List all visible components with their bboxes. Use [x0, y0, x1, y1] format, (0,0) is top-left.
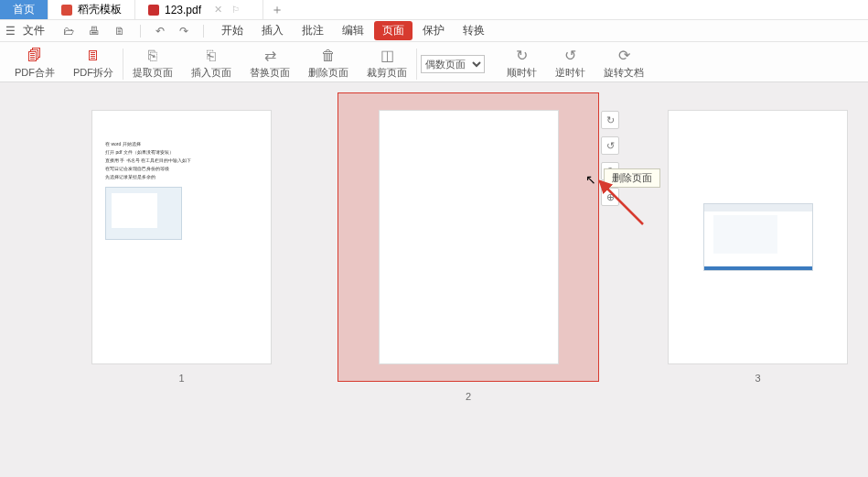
- p1-line: 打开 pdf 文件（如果没有请安装）: [105, 148, 258, 157]
- page-thumb-2-selected[interactable]: ↻ ↺ 🗑 ⊕ 2: [338, 92, 599, 402]
- p1-line: 在 word 开始选择: [105, 140, 258, 148]
- page-2-number: 2: [338, 391, 599, 402]
- cw-icon: ↻: [516, 48, 528, 64]
- menu-comment[interactable]: 批注: [294, 21, 332, 40]
- ribbon-crop[interactable]: ◫ 裁剪页面: [358, 48, 416, 80]
- ribbon-cw[interactable]: ↻ 顺时针: [498, 48, 546, 80]
- crop-icon: ◫: [380, 48, 394, 64]
- hamburger-icon[interactable]: ☰: [5, 25, 16, 38]
- menu-items: 开始 插入 批注 编辑 页面 保护 转换: [213, 21, 493, 40]
- page-rotate-ccw-button[interactable]: ↺: [601, 136, 619, 155]
- ribbon-insert-label: 插入页面: [191, 66, 231, 80]
- menu-bar: ☰ 文件 🗁 🖶 🗎 ↶ ↷ 开始 插入 批注 编辑 页面 保护 转换: [0, 20, 868, 42]
- tab-bar: 首页 稻壳模板 123.pdf ⚐ ✕ ＋: [0, 0, 868, 20]
- menu-start[interactable]: 开始: [213, 21, 252, 40]
- p3-embedded-screenshot: [703, 203, 813, 271]
- ribbon-replace[interactable]: ⇄ 替换页面: [241, 48, 299, 80]
- rotate-doc-icon: ⟳: [618, 48, 630, 64]
- tab-docer-label: 稻壳模板: [78, 2, 122, 17]
- tab-file-label: 123.pdf: [165, 4, 201, 16]
- replace-icon: ⇄: [264, 48, 276, 64]
- page-1-preview: 在 word 开始选择 打开 pdf 文件（如果没有请安装） 直接用 手 书名号…: [92, 111, 271, 363]
- file-menu[interactable]: 文件: [23, 23, 45, 38]
- page-thumb-1[interactable]: 在 word 开始选择 打开 pdf 文件（如果没有请安装） 直接用 手 书名号…: [92, 111, 271, 384]
- tab-home-label: 首页: [13, 2, 35, 17]
- p1-line: 直接用 手 书名号 在工具栏目的中输入如下: [105, 157, 258, 165]
- menu-page[interactable]: 页面: [374, 21, 413, 40]
- ribbon-insert[interactable]: ⎗ 插入页面: [182, 48, 241, 80]
- p1-embedded-screenshot: [105, 187, 182, 240]
- p1-line: 在写日记会发现自己身份的等级: [105, 165, 258, 173]
- selection-highlight: [338, 92, 599, 382]
- ccw-icon: ↺: [564, 48, 576, 64]
- tab-docer[interactable]: 稻壳模板: [48, 0, 135, 19]
- ribbon-merge[interactable]: 🗐 PDF合并: [5, 48, 64, 80]
- menu-edit[interactable]: 编辑: [334, 21, 372, 40]
- ribbon-extract-label: 提取页面: [133, 66, 173, 80]
- page-thumbnails: 在 word 开始选择 打开 pdf 文件（如果没有请安装） 直接用 手 书名号…: [0, 82, 868, 477]
- extract-icon: ⎘: [148, 48, 157, 64]
- open-icon[interactable]: 🗁: [58, 25, 80, 38]
- ribbon-delete-label: 删除页面: [308, 66, 348, 80]
- ribbon-merge-label: PDF合并: [15, 66, 55, 80]
- p1-line: 先选择记录某些是多余的: [105, 173, 258, 181]
- page-action-toolbar: ↻ ↺ 🗑 ⊕: [601, 111, 619, 206]
- tab-home[interactable]: 首页: [0, 0, 48, 19]
- export-icon[interactable]: 🗎: [109, 25, 131, 38]
- close-icon[interactable]: ✕: [214, 4, 222, 16]
- ribbon-ccw-label: 逆时针: [555, 66, 585, 80]
- page-2-preview: [380, 111, 558, 363]
- page-3-preview: [669, 111, 847, 363]
- ribbon-rot-label: 旋转文档: [604, 66, 644, 80]
- page-add-button[interactable]: ⊕: [601, 188, 619, 206]
- ribbon-split[interactable]: 🗏 PDF拆分: [64, 48, 123, 80]
- separator: [416, 49, 417, 80]
- docer-icon: [61, 5, 72, 16]
- ribbon-extract[interactable]: ⎘ 提取页面: [123, 48, 182, 80]
- insert-page-icon: ⎗: [207, 48, 216, 64]
- menu-convert[interactable]: 转换: [455, 21, 493, 40]
- tab-file[interactable]: 123.pdf ⚐ ✕: [135, 0, 263, 19]
- ribbon-split-label: PDF拆分: [73, 66, 113, 80]
- ribbon-delete[interactable]: 🗑 删除页面: [299, 48, 358, 80]
- pin-icon[interactable]: ⚐: [231, 5, 240, 15]
- page-1-number: 1: [92, 373, 271, 384]
- split-icon: 🗏: [86, 48, 101, 64]
- merge-icon: 🗐: [27, 48, 42, 64]
- undo-icon[interactable]: ↶: [150, 25, 170, 38]
- pdf-file-icon: [148, 5, 159, 16]
- page-3-number: 3: [669, 373, 847, 384]
- menu-insert[interactable]: 插入: [253, 21, 292, 40]
- separator: [203, 25, 204, 38]
- page-filter-select[interactable]: 偶数页面: [421, 55, 485, 73]
- page-filter-combo[interactable]: 偶数页面: [421, 55, 485, 73]
- page-rotate-cw-button[interactable]: ↻: [601, 111, 619, 129]
- ribbon-replace-label: 替换页面: [250, 66, 290, 80]
- ribbon: 🗐 PDF合并 🗏 PDF拆分 ⎘ 提取页面 ⎗ 插入页面 ⇄ 替换页面 🗑 删…: [0, 42, 868, 82]
- menu-protect[interactable]: 保护: [414, 21, 453, 40]
- ribbon-ccw[interactable]: ↺ 逆时针: [546, 48, 595, 80]
- ribbon-crop-label: 裁剪页面: [367, 66, 407, 80]
- page-thumb-3[interactable]: 3: [669, 111, 847, 384]
- save-icon[interactable]: 🖶: [83, 25, 105, 38]
- separator: [140, 25, 141, 38]
- delete-page-tooltip: 删除页面: [604, 168, 660, 188]
- delete-page-icon: 🗑: [321, 48, 336, 64]
- new-tab-button[interactable]: ＋: [263, 0, 291, 19]
- ribbon-rotate-doc[interactable]: ⟳ 旋转文档: [595, 48, 653, 80]
- redo-icon[interactable]: ↷: [174, 25, 194, 38]
- ribbon-cw-label: 顺时针: [507, 66, 537, 80]
